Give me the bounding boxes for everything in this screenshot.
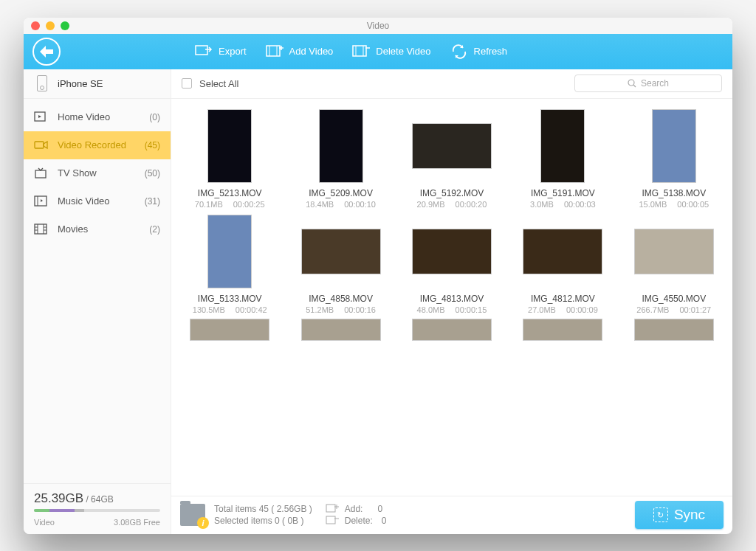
- music-video-icon: [34, 195, 49, 207]
- maximize-icon[interactable]: [61, 21, 69, 30]
- video-tile[interactable]: IMG_4813.MOV 48.0MB00:00:15: [398, 213, 506, 314]
- video-size: 51.2MB: [306, 305, 334, 314]
- video-size: 27.0MB: [528, 305, 556, 314]
- video-size: 266.7MB: [636, 305, 669, 314]
- add-label: Add:: [345, 504, 363, 514]
- sidebar-item-video-recorded[interactable]: Video Recorded (45): [24, 131, 171, 159]
- video-filename: IMG_4550.MOV: [642, 294, 706, 304]
- close-icon[interactable]: [31, 21, 40, 30]
- refresh-icon: [450, 44, 468, 60]
- video-duration: 00:00:20: [456, 200, 487, 209]
- search-icon: [628, 79, 636, 88]
- video-tile[interactable]: [620, 319, 728, 344]
- video-thumbnail: [412, 123, 492, 169]
- video-duration: 00:00:03: [564, 200, 596, 209]
- arrow-left-icon: [40, 46, 53, 58]
- add-video-icon: [266, 44, 284, 60]
- video-thumbnail: [540, 109, 585, 183]
- video-duration: 00:00:10: [344, 200, 376, 209]
- video-size: 70.1MB: [195, 200, 223, 209]
- video-tile[interactable]: IMG_5138.MOV 15.0MB00:00:05: [620, 108, 728, 209]
- video-tile[interactable]: [176, 319, 284, 344]
- video-tile[interactable]: IMG_4812.MOV 27.0MB00:00:09: [509, 213, 616, 314]
- video-tile[interactable]: IMG_5191.MOV 3.0MB00:00:03: [509, 108, 616, 209]
- storage-segment: [49, 509, 75, 512]
- minimize-icon[interactable]: [46, 21, 55, 30]
- video-size: 48.0MB: [417, 305, 445, 314]
- selected-items: Selected items 0 ( 0B ): [214, 516, 312, 526]
- total-items: Total items 45 ( 2.56GB ): [214, 504, 312, 514]
- export-label: Export: [219, 46, 247, 57]
- video-tile[interactable]: IMG_4550.MOV 266.7MB00:01:27: [620, 213, 728, 314]
- svg-rect-13: [35, 224, 47, 234]
- titlebar: Video: [24, 18, 732, 34]
- storage-category: Video: [34, 518, 55, 527]
- video-tile[interactable]: IMG_5213.MOV 70.1MB00:00:25: [176, 108, 284, 209]
- video-tile[interactable]: [509, 319, 616, 344]
- video-recorded-icon: [34, 139, 49, 151]
- video-tile[interactable]: IMG_4858.MOV 51.2MB00:00:16: [286, 213, 394, 314]
- sidebar-item-tv-show[interactable]: TV Show (50): [24, 159, 171, 187]
- video-tile[interactable]: IMG_5209.MOV 18.4MB00:00:10: [286, 108, 394, 209]
- add-pending-icon: [326, 504, 339, 514]
- video-duration: 00:00:25: [233, 200, 265, 209]
- sidebar-item-count: (0): [149, 112, 160, 122]
- export-button[interactable]: Export: [195, 44, 247, 60]
- video-thumbnail: [652, 109, 696, 183]
- footer: i Total items 45 ( 2.56GB ) Selected ite…: [171, 496, 732, 534]
- sync-button[interactable]: Sync: [635, 501, 724, 529]
- select-all-checkbox[interactable]: [182, 78, 192, 89]
- phone-icon: [37, 75, 47, 91]
- toolbar: Export Add Video Delete Video Refresh: [24, 34, 732, 69]
- video-duration: 00:00:42: [236, 305, 267, 314]
- sidebar-item-label: Video Recorded: [58, 139, 136, 150]
- video-grid[interactable]: IMG_5213.MOV 70.1MB00:00:25 IMG_5209.MOV…: [171, 99, 732, 496]
- sidebar-item-count: (45): [145, 140, 160, 150]
- video-size: 3.0MB: [530, 200, 554, 209]
- video-tile[interactable]: IMG_5133.MOV 130.5MB00:00:42: [176, 213, 284, 314]
- video-filename: IMG_4813.MOV: [420, 294, 484, 304]
- svg-rect-9: [35, 142, 44, 148]
- video-tile[interactable]: [398, 319, 506, 344]
- folder-icon: i: [180, 504, 205, 526]
- video-thumbnail: [319, 109, 363, 183]
- svg-rect-10: [35, 170, 46, 178]
- sidebar-item-movies[interactable]: Movies (2): [24, 215, 171, 243]
- sidebar-item-label: TV Show: [58, 167, 136, 179]
- add-count: 0: [377, 504, 382, 514]
- delete-video-label: Delete Video: [376, 46, 430, 57]
- video-filename: IMG_5191.MOV: [531, 188, 595, 198]
- svg-rect-23: [326, 516, 335, 524]
- sidebar-item-label: Movies: [58, 223, 140, 235]
- storage-text: 25.39GB / 64GB: [34, 491, 160, 506]
- svg-rect-4: [353, 46, 366, 56]
- device-row[interactable]: iPhone SE: [24, 69, 171, 99]
- add-video-label: Add Video: [289, 46, 334, 57]
- storage-segment: [34, 509, 49, 512]
- video-thumbnail: [634, 229, 714, 274]
- video-duration: 00:00:16: [344, 305, 376, 314]
- export-icon: [195, 44, 213, 60]
- svg-rect-1: [267, 46, 280, 56]
- storage-free: 3.08GB Free: [114, 518, 160, 527]
- svg-point-20: [628, 80, 634, 86]
- sidebar-item-home-video[interactable]: Home Video (0): [24, 103, 171, 131]
- video-thumbnail: [301, 229, 381, 274]
- storage-used: 25.39GB: [34, 491, 83, 505]
- back-button[interactable]: [32, 38, 61, 66]
- delete-video-button[interactable]: Delete Video: [352, 44, 430, 60]
- sync-label: Sync: [674, 507, 705, 523]
- video-thumbnail: [190, 319, 269, 341]
- sidebar-item-label: Home Video: [58, 111, 140, 122]
- delete-pending-icon: [326, 516, 339, 526]
- video-tile[interactable]: IMG_5192.MOV 20.9MB00:00:20: [398, 108, 506, 209]
- search-input[interactable]: Search: [574, 74, 722, 92]
- video-tile[interactable]: [286, 319, 394, 344]
- svg-rect-22: [326, 505, 335, 512]
- app-window: Video Export Add Video Delete Video Refr…: [24, 18, 732, 534]
- video-duration: 00:00:15: [456, 305, 487, 314]
- add-video-button[interactable]: Add Video: [266, 44, 334, 60]
- video-size: 130.5MB: [193, 305, 225, 314]
- refresh-button[interactable]: Refresh: [450, 44, 508, 60]
- sidebar-item-music-video[interactable]: Music Video (31): [24, 187, 171, 215]
